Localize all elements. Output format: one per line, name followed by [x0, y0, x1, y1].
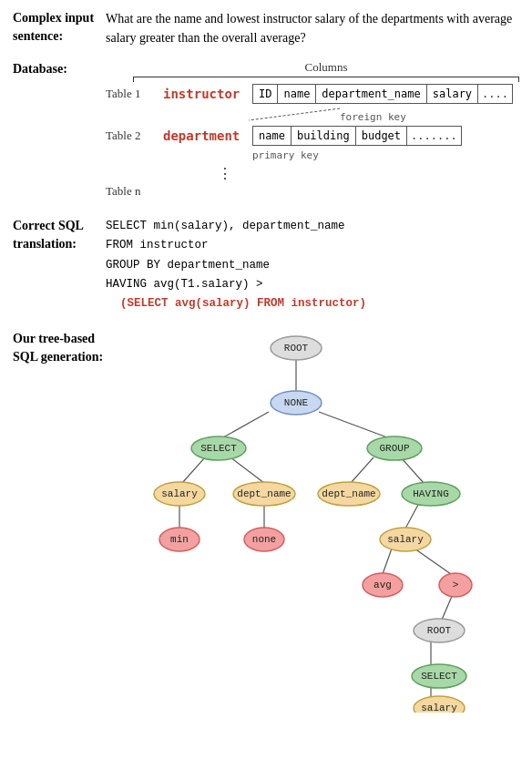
table2-cell-name: name [253, 127, 292, 145]
database-section: Database: Columns Table 1 instructor ID … [13, 60, 519, 200]
columns-label: Columns [133, 60, 519, 75]
sql-section: Correct SQL translation: SELECT min(sala… [13, 217, 519, 313]
question-text: What are the name and lowest instructor … [106, 9, 519, 47]
node-none-small-text: none [252, 534, 276, 545]
node-having-text: HAVING [413, 488, 449, 499]
svg-line-3 [319, 412, 387, 437]
vertical-dots: ⋮ [218, 165, 232, 182]
sql-line-2: FROM instructor [106, 236, 366, 255]
table2-cell-building: building [292, 127, 356, 145]
database-label: Database: [13, 60, 95, 77]
svg-line-10 [405, 503, 419, 529]
node-select2-text: SELECT [421, 671, 457, 682]
sql-line-1: SELECT min(salary), department_name [106, 217, 366, 236]
svg-line-4 [182, 457, 205, 483]
svg-line-11 [383, 549, 392, 574]
node-salary2-text: salary [387, 534, 424, 545]
table1-cell-id: ID [253, 85, 278, 103]
sql-line-5: (SELECT avg(salary) FROM instructor) [120, 294, 366, 313]
node-dept1-text: dept_name [237, 488, 291, 499]
table2-cell-budget: budget [356, 127, 407, 145]
table-n-row: Table n [106, 184, 519, 199]
svg-line-13 [442, 594, 453, 620]
table1-cell-dots: .... [478, 85, 512, 103]
complex-input-section: Complex input sentence: What are the nam… [13, 9, 519, 47]
table2-row: Table 2 department name building budget … [106, 126, 519, 146]
tree-section: Our tree-based SQL generation: [13, 330, 519, 713]
table1-cell-salary: salary [427, 85, 478, 103]
tree-label: Our tree-based SQL generation: [13, 330, 103, 713]
table1-cell-name: name [278, 85, 316, 103]
svg-line-12 [414, 549, 451, 574]
node-salary3-text: salary [421, 703, 457, 713]
table2-cells: name building budget ....... [252, 126, 462, 146]
node-none-text: NONE [284, 397, 309, 408]
table1-cell-deptname: department_name [316, 85, 426, 103]
table-dots-row: ⋮ [106, 165, 519, 182]
svg-line-7 [401, 457, 424, 483]
table2-name: department [163, 128, 245, 143]
sql-line-4: HAVING avg(T1.salary) > [106, 275, 366, 294]
complex-input-label: Complex input sentence: [13, 9, 95, 47]
sql-label: Correct SQL translation: [13, 217, 95, 313]
tree-svg: ROOT NONE SELECT GROUP salary dept_name … [114, 330, 496, 713]
pk-row: primary key [109, 149, 519, 161]
sql-code: SELECT min(salary), department_name FROM… [106, 217, 366, 313]
node-salary1-text: salary [161, 488, 198, 499]
sql-line-3: GROUP BY department_name [106, 256, 366, 275]
table-n-label: Table n [106, 184, 156, 199]
tree-container: ROOT NONE SELECT GROUP salary dept_name … [114, 330, 519, 713]
columns-bracket [133, 77, 519, 82]
svg-line-5 [230, 457, 264, 483]
node-min-text: min [170, 534, 189, 545]
database-content: Columns Table 1 instructor ID name depar… [106, 60, 519, 200]
node-root2-text: ROOT [427, 625, 452, 636]
table1-cells: ID name department_name salary .... [252, 84, 513, 104]
table1-row: Table 1 instructor ID name department_na… [106, 84, 519, 104]
table2-cell-dots: ....... [407, 127, 461, 145]
table1-name: instructor [163, 87, 245, 101]
node-root1-text: ROOT [284, 343, 309, 354]
svg-line-0 [249, 108, 340, 120]
pk-label: primary key [252, 149, 319, 161]
fk-label: foreign key [340, 111, 406, 123]
fk-row: foreign key [106, 108, 519, 124]
sql-highlight: (SELECT avg(salary) FROM instructor) [120, 297, 366, 310]
table1-label: Table 1 [106, 87, 156, 101]
svg-line-2 [223, 412, 269, 437]
table2-label: Table 2 [106, 128, 156, 143]
node-group-text: GROUP [380, 443, 410, 454]
node-select1-text: SELECT [200, 443, 237, 454]
node-gt-text: > [453, 580, 459, 590]
node-dept2-text: dept_name [322, 488, 375, 499]
node-avg1-text: avg [373, 580, 392, 590]
svg-line-6 [351, 457, 373, 483]
